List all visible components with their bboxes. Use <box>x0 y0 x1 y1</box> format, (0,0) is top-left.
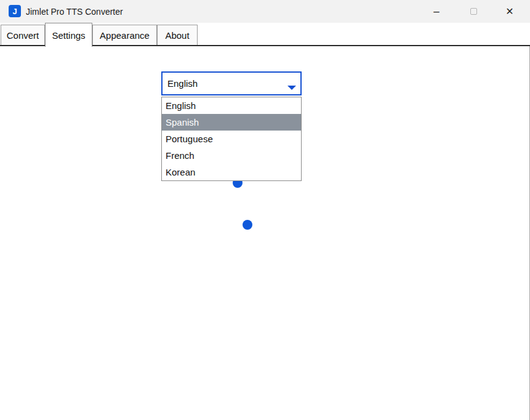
tab-appearance[interactable]: Appearance <box>92 25 157 45</box>
titlebar: J Jimlet Pro TTS Converter – ✕ <box>0 0 530 23</box>
language-option-portuguese[interactable]: Portuguese <box>162 131 301 147</box>
maximize-icon <box>470 8 477 15</box>
minimize-button[interactable]: – <box>424 0 449 23</box>
tab-appearance-label: Appearance <box>100 30 150 41</box>
speed-slider-thumb[interactable] <box>243 220 252 230</box>
language-option-french[interactable]: French <box>162 147 301 164</box>
language-option-korean[interactable]: Korean <box>162 164 301 180</box>
close-button[interactable]: ✕ <box>497 0 523 23</box>
tab-convert-label: Convert <box>7 30 39 41</box>
maximize-button[interactable] <box>460 0 486 23</box>
tab-bar: Convert Settings Appearance About <box>0 23 530 46</box>
tab-convert[interactable]: Convert <box>1 25 45 45</box>
tab-settings-label: Settings <box>52 30 85 41</box>
minimize-icon: – <box>433 6 439 18</box>
language-combobox[interactable]: English <box>161 71 302 95</box>
language-option-spanish[interactable]: Spanish <box>162 114 301 131</box>
tab-about[interactable]: About <box>157 25 198 45</box>
language-option-english[interactable]: English <box>162 97 301 114</box>
tab-about-label: About <box>165 30 189 41</box>
language-dropdown-list: English Spanish Portuguese French Korean <box>161 97 302 181</box>
app-window: J Jimlet Pro TTS Converter – ✕ Convert S… <box>0 0 530 420</box>
chevron-down-icon <box>287 86 296 90</box>
app-icon: J <box>9 5 21 17</box>
tab-settings[interactable]: Settings <box>45 23 92 47</box>
close-icon: ✕ <box>505 6 513 17</box>
language-selected-value: English <box>167 78 198 89</box>
window-title: Jimlet Pro TTS Converter <box>26 0 123 23</box>
